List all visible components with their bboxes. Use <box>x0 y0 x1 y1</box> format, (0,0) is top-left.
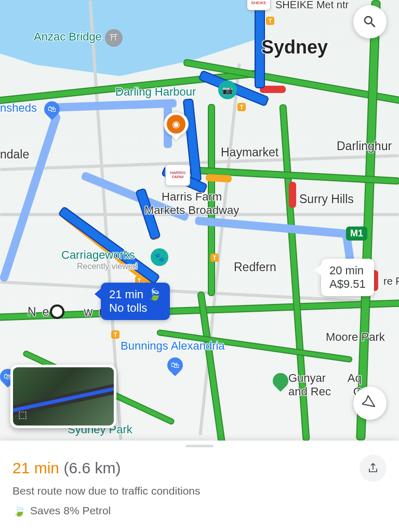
poi-harris-farm: Harris FarmMarkets Broadway <box>144 190 239 218</box>
city-label: Sydney <box>261 36 328 58</box>
district-darlinghurst: Darlinghur <box>337 139 392 153</box>
map-canvas[interactable]: ◉ Sydney Anzac Bridge ⛩ Darling Harbour … <box>0 0 399 441</box>
poi-darling-harbour: Darling Harbour <box>115 85 196 99</box>
alt-route-time: 20 min <box>329 264 366 277</box>
sheet-distance: (6.6 km) <box>63 459 121 476</box>
district-annandale: ndale <box>0 148 29 162</box>
darling-harbour-photo-icon[interactable]: 📷 <box>218 81 237 99</box>
district-redfern: Redfern <box>234 260 276 274</box>
traffic-red <box>289 182 296 208</box>
district-moore-park: Moore Park <box>326 330 385 344</box>
share-button[interactable] <box>360 455 387 482</box>
transit-icon: T <box>210 254 219 262</box>
district-newtown: Ne wn <box>28 305 112 319</box>
leaf-icon: 🍃 <box>12 504 26 517</box>
primary-route-note: No tolls <box>109 301 162 315</box>
recenter-button[interactable] <box>353 387 387 420</box>
speed-camera-pin[interactable]: ◉ <box>164 112 189 140</box>
primary-route-time: 21 min <box>109 288 143 301</box>
alt-route-callout[interactable]: 20 min A$9.51 <box>321 259 374 296</box>
primary-route-callout[interactable]: 21 min 🍃 No tolls <box>101 283 170 320</box>
district-surry-hills: Surry Hills <box>299 192 354 206</box>
transit-icon: T <box>237 103 246 111</box>
search-button[interactable] <box>353 5 387 38</box>
poi-sheike: SHEIKE Met ntr <box>275 0 349 11</box>
navigation-arrow-icon <box>362 395 378 411</box>
traffic-orange <box>206 174 232 183</box>
sheet-time: 21 min <box>12 459 59 476</box>
sheet-eco-text: Saves 8% Petrol <box>30 504 111 517</box>
transit-icon: T <box>111 330 119 339</box>
poi-anzac-bridge: Anzac Bridge <box>34 30 102 44</box>
district-sydenham: nsheds <box>0 101 37 115</box>
poi-carriageworks-sub: Recently viewed <box>77 262 138 271</box>
street-view-preview[interactable]: ⬚ <box>10 365 116 428</box>
share-icon <box>367 462 379 474</box>
carriageworks-pin-icon[interactable]: 🐾 <box>151 248 168 266</box>
district-haymarket: Haymarket <box>221 145 278 159</box>
sheet-subtitle: Best route now due to traffic conditions <box>12 485 387 497</box>
alt-route <box>195 217 356 239</box>
alt-route <box>0 112 61 283</box>
district-moore-p: re P <box>383 275 399 287</box>
sheet-drag-handle[interactable] <box>185 445 214 447</box>
alt-route-cost: A$9.51 <box>329 277 366 291</box>
alt-route <box>47 99 177 112</box>
route-bottom-sheet[interactable]: 21 min (6.6 km) Best route now due to tr… <box>0 441 399 532</box>
search-icon <box>362 14 378 30</box>
street <box>198 63 241 436</box>
bridge-icon: ⛩ <box>105 29 123 47</box>
cube-icon: ⬚ <box>18 409 27 420</box>
leaf-icon: 🍃 <box>148 288 162 301</box>
transit-icon: T <box>266 17 274 25</box>
poi-bunnings: Bunnings Alexandria <box>121 339 225 353</box>
sheike-tag-pin[interactable]: SHEIKE <box>247 0 271 10</box>
harris-farm-pin[interactable]: HARRIS FARM <box>165 164 190 186</box>
motorway-shield: M1 <box>346 227 367 241</box>
bunnings-pin-icon[interactable]: 🛍 <box>164 354 186 376</box>
poi-carriageworks: Carriageworks <box>61 248 135 262</box>
